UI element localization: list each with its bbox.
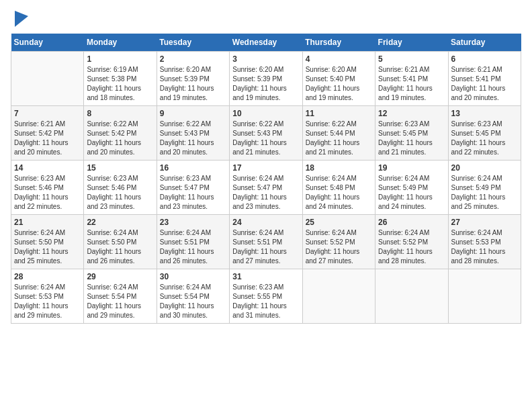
day-number: 2 bbox=[160, 54, 226, 64]
day-number: 17 bbox=[232, 163, 299, 173]
day-number: 21 bbox=[14, 218, 81, 227]
day-info: Sunrise: 6:23 AMSunset: 5:47 PMDaylight:… bbox=[160, 174, 226, 212]
calendar-cell bbox=[11, 52, 84, 106]
day-info: Sunrise: 6:24 AMSunset: 5:47 PMDaylight:… bbox=[232, 174, 299, 212]
day-number: 23 bbox=[160, 218, 226, 227]
calendar-cell: 31Sunrise: 6:23 AMSunset: 5:55 PMDayligh… bbox=[230, 269, 302, 324]
day-info: Sunrise: 6:22 AMSunset: 5:43 PMDaylight:… bbox=[232, 120, 299, 157]
svg-marker-0 bbox=[15, 11, 28, 27]
calendar-cell: 23Sunrise: 6:24 AMSunset: 5:51 PMDayligh… bbox=[157, 215, 229, 269]
day-number: 15 bbox=[87, 163, 153, 173]
day-number: 18 bbox=[306, 163, 372, 173]
day-number: 1 bbox=[87, 54, 153, 64]
day-info: Sunrise: 6:24 AMSunset: 5:53 PMDaylight:… bbox=[451, 228, 518, 266]
day-number: 30 bbox=[160, 272, 226, 281]
day-info: Sunrise: 6:24 AMSunset: 5:52 PMDaylight:… bbox=[378, 228, 445, 266]
weekday-header-row: SundayMondayTuesdayWednesdayThursdayFrid… bbox=[11, 34, 521, 52]
day-info: Sunrise: 6:24 AMSunset: 5:51 PMDaylight:… bbox=[160, 228, 226, 266]
week-row-5: 28Sunrise: 6:24 AMSunset: 5:53 PMDayligh… bbox=[11, 269, 521, 324]
day-info: Sunrise: 6:23 AMSunset: 5:46 PMDaylight:… bbox=[14, 174, 81, 212]
calendar-cell bbox=[375, 269, 448, 324]
day-number: 22 bbox=[87, 218, 153, 227]
logo bbox=[11, 11, 28, 27]
calendar-cell: 22Sunrise: 6:24 AMSunset: 5:50 PMDayligh… bbox=[84, 215, 157, 269]
week-row-2: 7Sunrise: 6:21 AMSunset: 5:42 PMDaylight… bbox=[11, 106, 521, 161]
day-number: 20 bbox=[451, 163, 518, 173]
calendar-cell: 18Sunrise: 6:24 AMSunset: 5:48 PMDayligh… bbox=[302, 161, 375, 215]
day-number: 26 bbox=[378, 218, 445, 227]
day-number: 27 bbox=[451, 218, 518, 227]
day-info: Sunrise: 6:24 AMSunset: 5:54 PMDaylight:… bbox=[87, 283, 153, 320]
day-number: 16 bbox=[160, 163, 226, 173]
day-number: 3 bbox=[232, 54, 299, 64]
day-number: 28 bbox=[14, 272, 81, 281]
day-info: Sunrise: 6:24 AMSunset: 5:51 PMDaylight:… bbox=[232, 228, 299, 266]
day-info: Sunrise: 6:24 AMSunset: 5:50 PMDaylight:… bbox=[14, 228, 81, 266]
day-info: Sunrise: 6:20 AMSunset: 5:39 PMDaylight:… bbox=[160, 65, 226, 103]
weekday-header-sunday: Sunday bbox=[11, 34, 84, 52]
day-info: Sunrise: 6:19 AMSunset: 5:38 PMDaylight:… bbox=[87, 65, 153, 103]
day-info: Sunrise: 6:20 AMSunset: 5:39 PMDaylight:… bbox=[232, 65, 299, 103]
calendar-cell: 8Sunrise: 6:22 AMSunset: 5:42 PMDaylight… bbox=[84, 106, 157, 161]
calendar-cell: 6Sunrise: 6:21 AMSunset: 5:41 PMDaylight… bbox=[448, 52, 521, 106]
day-number: 10 bbox=[232, 109, 299, 118]
calendar-cell: 2Sunrise: 6:20 AMSunset: 5:39 PMDaylight… bbox=[157, 52, 229, 106]
calendar-cell: 9Sunrise: 6:22 AMSunset: 5:43 PMDaylight… bbox=[157, 106, 229, 161]
day-number: 11 bbox=[306, 109, 372, 118]
day-info: Sunrise: 6:22 AMSunset: 5:42 PMDaylight:… bbox=[87, 120, 153, 157]
day-info: Sunrise: 6:22 AMSunset: 5:44 PMDaylight:… bbox=[306, 120, 372, 157]
day-number: 8 bbox=[87, 109, 153, 118]
calendar-cell: 15Sunrise: 6:23 AMSunset: 5:46 PMDayligh… bbox=[84, 161, 157, 215]
calendar-cell: 4Sunrise: 6:20 AMSunset: 5:40 PMDaylight… bbox=[302, 52, 375, 106]
day-info: Sunrise: 6:21 AMSunset: 5:42 PMDaylight:… bbox=[14, 120, 81, 157]
day-info: Sunrise: 6:24 AMSunset: 5:50 PMDaylight:… bbox=[87, 228, 153, 266]
calendar-cell: 29Sunrise: 6:24 AMSunset: 5:54 PMDayligh… bbox=[84, 269, 157, 324]
day-number: 31 bbox=[232, 272, 299, 281]
weekday-header-wednesday: Wednesday bbox=[230, 34, 302, 52]
day-number: 29 bbox=[87, 272, 153, 281]
calendar-cell: 10Sunrise: 6:22 AMSunset: 5:43 PMDayligh… bbox=[230, 106, 302, 161]
day-info: Sunrise: 6:23 AMSunset: 5:55 PMDaylight:… bbox=[232, 283, 299, 320]
week-row-3: 14Sunrise: 6:23 AMSunset: 5:46 PMDayligh… bbox=[11, 161, 521, 215]
calendar-cell: 26Sunrise: 6:24 AMSunset: 5:52 PMDayligh… bbox=[375, 215, 448, 269]
calendar-cell: 14Sunrise: 6:23 AMSunset: 5:46 PMDayligh… bbox=[11, 161, 84, 215]
day-number: 4 bbox=[306, 54, 372, 64]
day-info: Sunrise: 6:24 AMSunset: 5:49 PMDaylight:… bbox=[378, 174, 445, 212]
calendar-cell: 5Sunrise: 6:21 AMSunset: 5:41 PMDaylight… bbox=[375, 52, 448, 106]
calendar-cell: 20Sunrise: 6:24 AMSunset: 5:49 PMDayligh… bbox=[448, 161, 521, 215]
logo-icon bbox=[15, 11, 28, 27]
calendar-cell: 16Sunrise: 6:23 AMSunset: 5:47 PMDayligh… bbox=[157, 161, 229, 215]
week-row-4: 21Sunrise: 6:24 AMSunset: 5:50 PMDayligh… bbox=[11, 215, 521, 269]
day-info: Sunrise: 6:23 AMSunset: 5:45 PMDaylight:… bbox=[451, 120, 518, 157]
calendar-cell: 21Sunrise: 6:24 AMSunset: 5:50 PMDayligh… bbox=[11, 215, 84, 269]
calendar-cell: 13Sunrise: 6:23 AMSunset: 5:45 PMDayligh… bbox=[448, 106, 521, 161]
weekday-header-friday: Friday bbox=[375, 34, 448, 52]
day-info: Sunrise: 6:24 AMSunset: 5:49 PMDaylight:… bbox=[451, 174, 518, 212]
calendar-cell: 1Sunrise: 6:19 AMSunset: 5:38 PMDaylight… bbox=[84, 52, 157, 106]
calendar-cell: 17Sunrise: 6:24 AMSunset: 5:47 PMDayligh… bbox=[230, 161, 302, 215]
calendar-cell bbox=[448, 269, 521, 324]
calendar-cell: 7Sunrise: 6:21 AMSunset: 5:42 PMDaylight… bbox=[11, 106, 84, 161]
weekday-header-thursday: Thursday bbox=[302, 34, 375, 52]
day-info: Sunrise: 6:24 AMSunset: 5:53 PMDaylight:… bbox=[14, 283, 81, 320]
calendar-cell: 25Sunrise: 6:24 AMSunset: 5:52 PMDayligh… bbox=[302, 215, 375, 269]
day-info: Sunrise: 6:24 AMSunset: 5:54 PMDaylight:… bbox=[160, 283, 226, 320]
day-number: 14 bbox=[14, 163, 81, 173]
calendar-cell: 24Sunrise: 6:24 AMSunset: 5:51 PMDayligh… bbox=[230, 215, 302, 269]
calendar-cell: 28Sunrise: 6:24 AMSunset: 5:53 PMDayligh… bbox=[11, 269, 84, 324]
day-number: 19 bbox=[378, 163, 445, 173]
calendar-cell: 30Sunrise: 6:24 AMSunset: 5:54 PMDayligh… bbox=[157, 269, 229, 324]
calendar-cell: 27Sunrise: 6:24 AMSunset: 5:53 PMDayligh… bbox=[448, 215, 521, 269]
weekday-header-monday: Monday bbox=[84, 34, 157, 52]
day-info: Sunrise: 6:22 AMSunset: 5:43 PMDaylight:… bbox=[160, 120, 226, 157]
weekday-header-tuesday: Tuesday bbox=[157, 34, 229, 52]
day-info: Sunrise: 6:23 AMSunset: 5:45 PMDaylight:… bbox=[378, 120, 445, 157]
week-row-1: 1Sunrise: 6:19 AMSunset: 5:38 PMDaylight… bbox=[11, 52, 521, 106]
calendar-cell bbox=[302, 269, 375, 324]
day-number: 24 bbox=[232, 218, 299, 227]
day-number: 5 bbox=[378, 54, 445, 64]
calendar-table: SundayMondayTuesdayWednesdayThursdayFrid… bbox=[11, 34, 521, 324]
calendar-cell: 3Sunrise: 6:20 AMSunset: 5:39 PMDaylight… bbox=[230, 52, 302, 106]
day-info: Sunrise: 6:23 AMSunset: 5:46 PMDaylight:… bbox=[87, 174, 153, 212]
day-info: Sunrise: 6:24 AMSunset: 5:52 PMDaylight:… bbox=[306, 228, 372, 266]
